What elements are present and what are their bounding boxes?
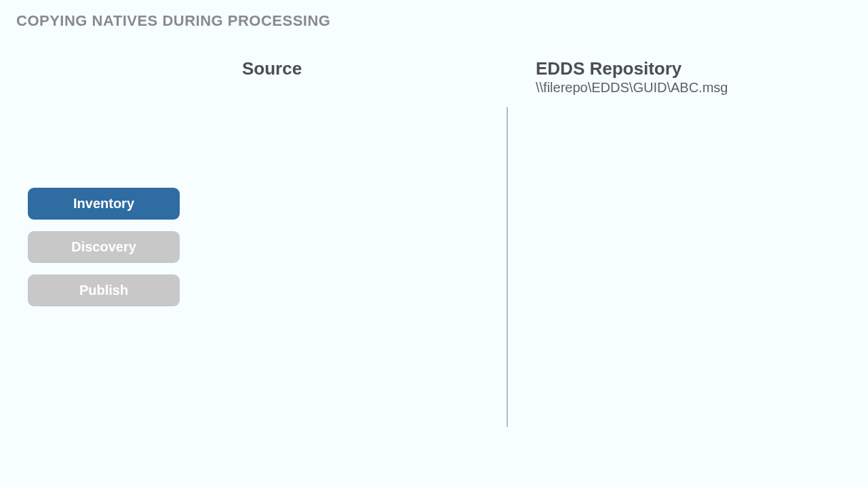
source-column-heading: Source xyxy=(242,58,302,79)
vertical-divider xyxy=(507,107,508,427)
discovery-button[interactable]: Discovery xyxy=(28,231,180,263)
publish-button[interactable]: Publish xyxy=(28,274,180,306)
page-title: COPYING NATIVES DURING PROCESSING xyxy=(16,12,330,30)
edds-repo-path: \\filerepo\EDDS\GUID\ABC.msg xyxy=(536,80,728,96)
edds-repo-heading: EDDS Repository xyxy=(536,58,682,79)
stage-button-stack: Inventory Discovery Publish xyxy=(28,188,180,306)
inventory-button[interactable]: Inventory xyxy=(28,188,180,220)
